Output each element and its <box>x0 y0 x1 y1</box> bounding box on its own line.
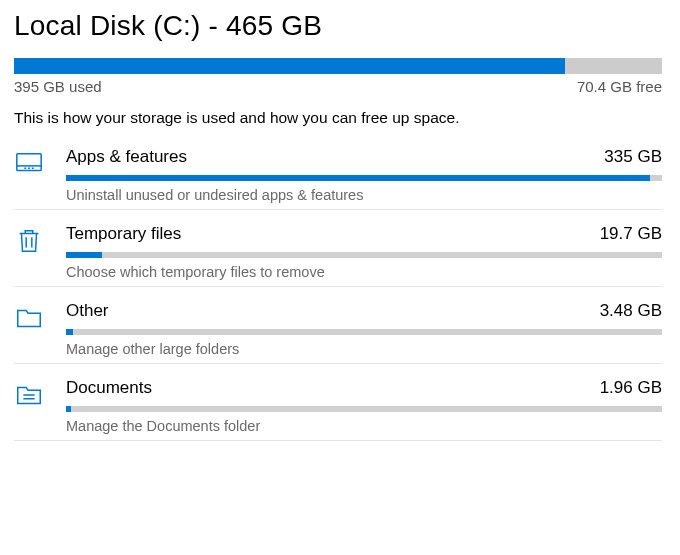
category-item-apps[interactable]: Apps & features 335 GB Uninstall unused … <box>14 141 662 210</box>
category-bar-fill <box>66 329 73 335</box>
disk-usage-bar-wrap: 395 GB used 70.4 GB free <box>14 58 662 95</box>
disk-free-label: 70.4 GB free <box>577 78 662 95</box>
category-size: 19.7 GB <box>600 224 662 244</box>
category-bar <box>66 329 662 335</box>
category-item-documents[interactable]: Documents 1.96 GB Manage the Documents f… <box>14 364 662 441</box>
category-item-other[interactable]: Other 3.48 GB Manage other large folders <box>14 287 662 364</box>
category-size: 1.96 GB <box>600 378 662 398</box>
trash-icon <box>14 224 44 256</box>
category-desc: Manage other large folders <box>66 341 662 357</box>
category-bar-fill <box>66 252 102 258</box>
category-bar <box>66 406 662 412</box>
category-bar <box>66 252 662 258</box>
disk-used-label: 395 GB used <box>14 78 102 95</box>
storage-description: This is how your storage is used and how… <box>14 109 662 127</box>
disk-usage-bar <box>14 58 662 74</box>
apps-icon <box>14 147 44 179</box>
page-title: Local Disk (C:) - 465 GB <box>14 10 662 42</box>
category-list: Apps & features 335 GB Uninstall unused … <box>14 141 662 441</box>
category-name: Documents <box>66 378 152 398</box>
category-size: 3.48 GB <box>600 301 662 321</box>
category-desc: Uninstall unused or undesired apps & fea… <box>66 187 662 203</box>
category-bar-fill <box>66 175 650 181</box>
category-desc: Choose which temporary files to remove <box>66 264 662 280</box>
folder-icon <box>14 301 44 333</box>
category-name: Apps & features <box>66 147 187 167</box>
documents-icon <box>14 378 44 410</box>
category-bar-fill <box>66 406 71 412</box>
category-name: Other <box>66 301 109 321</box>
category-name: Temporary files <box>66 224 181 244</box>
category-desc: Manage the Documents folder <box>66 418 662 434</box>
category-bar <box>66 175 662 181</box>
category-size: 335 GB <box>604 147 662 167</box>
disk-usage-bar-fill <box>14 58 565 74</box>
category-item-temporary[interactable]: Temporary files 19.7 GB Choose which tem… <box>14 210 662 287</box>
